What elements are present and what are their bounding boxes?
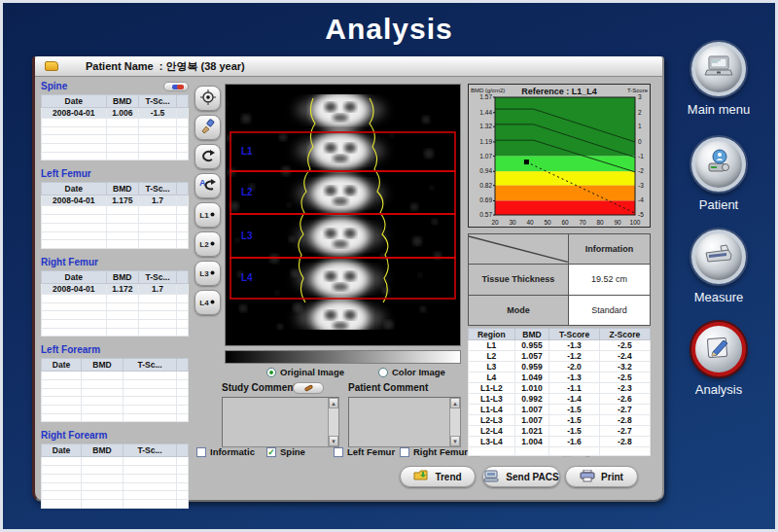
checkbox-left-femur[interactable]: Left Femur [334, 446, 395, 457]
study-comment-input[interactable]: ▲ ▼ [222, 397, 339, 447]
pencil-icon [303, 384, 313, 392]
region-row[interactable]: L30.959-2.0-3.2 [469, 362, 651, 372]
nav-button-measure[interactable]: Measure [679, 230, 759, 304]
region-row[interactable]: L1-L41.007-1.5-2.7 [469, 405, 651, 415]
region-row[interactable]: L1-L21.010-1.1-2.3 [469, 383, 651, 394]
radio-original-image[interactable]: Original Image [266, 367, 344, 377]
roi-toolbar: AL1L2L3L4 [194, 86, 224, 319]
sidebar-section-right-forearm: Right ForearmDateBMDT-Sc... [41, 429, 189, 508]
spine-toggle[interactable] [163, 82, 189, 91]
region-column-header: T-Score [549, 329, 599, 340]
scroll-down-icon[interactable]: ▼ [450, 436, 460, 446]
nav-label: Patient [679, 197, 759, 212]
print-button[interactable]: Print [565, 466, 638, 487]
column-header: BMD [106, 270, 138, 283]
region-row[interactable]: L41.049-1.3-2.5 [469, 372, 651, 383]
section-title: Spine [41, 81, 67, 91]
patient-comment-scrollbar[interactable]: ▲ ▼ [449, 398, 460, 446]
rotate-button[interactable] [194, 144, 221, 169]
analysis-screen: Analysis Patient Name : 안영복 (38 year) Sp… [0, 0, 778, 532]
svg-text:-1: -1 [638, 153, 644, 160]
empty-row [42, 457, 189, 466]
patient-comment-input[interactable]: ▲ ▼ [348, 397, 461, 447]
column-header: T-Sc... [138, 95, 176, 108]
svg-text:0.69: 0.69 [479, 196, 492, 203]
svg-text:60: 60 [561, 219, 569, 226]
roi-point-icon [209, 211, 216, 220]
empty-row [42, 311, 189, 320]
column-header: Date [42, 183, 107, 195]
radio-color-image[interactable]: Color Image [378, 367, 445, 377]
folder-icon [45, 61, 58, 71]
checkbox-informatic[interactable]: Informatic [196, 446, 255, 457]
empty-row [42, 466, 189, 475]
svg-text:BMD (g/cm2): BMD (g/cm2) [471, 88, 505, 93]
empty-row [42, 397, 189, 406]
checkbox-right-femur[interactable]: Right Femur [400, 446, 468, 457]
measurement-row[interactable]: 2008-04-011.1721.7 [42, 283, 189, 294]
crosshair-button[interactable] [194, 86, 221, 111]
roi-button-l2[interactable]: L2 [194, 231, 221, 257]
region-row[interactable]: L3-L41.004-1.6-2.8 [469, 437, 651, 447]
info-row-label: Tissue Thickness [469, 265, 569, 295]
empty-row [42, 119, 189, 127]
empty-row [42, 144, 189, 153]
column-header: BMD [106, 183, 138, 195]
roi-point-icon [209, 269, 216, 278]
auto-rotate-button[interactable]: A [194, 173, 221, 198]
sidebar-section-spine: SpineDateBMDT-Sc...2008-04-011.006-1.5 [41, 80, 189, 160]
nav-button-analysis[interactable]: Analysis [679, 322, 759, 397]
patient-icon [705, 149, 732, 180]
study-comment-scrollbar[interactable]: ▲ ▼ [328, 398, 338, 446]
column-header-spacer [177, 183, 189, 195]
svg-text:40: 40 [526, 219, 534, 226]
column-header-spacer [177, 95, 189, 108]
computer-icon [483, 470, 500, 484]
column-header: Date [42, 95, 107, 108]
empty-row [42, 206, 189, 215]
region-row[interactable]: L2-L31.007-1.5-2.8 [469, 415, 651, 426]
nav-button-main-menu[interactable]: Main menu [679, 42, 759, 117]
section-title: Right Femur [41, 257, 98, 267]
send-pacs-button[interactable]: Send PACS [482, 466, 560, 487]
column-header: T-Sc... [138, 183, 176, 195]
trend-button[interactable]: Trend [400, 466, 476, 487]
svg-text:T-Score: T-Score [627, 88, 649, 93]
region-row[interactable]: L21.057-1.2-2.4 [469, 351, 651, 362]
roi-button-l4[interactable]: L4 [194, 290, 221, 315]
scroll-up-icon[interactable]: ▲ [329, 398, 338, 408]
checkbox-icon: ✓ [266, 447, 276, 457]
empty-row [469, 447, 651, 456]
checkbox-spine[interactable]: ✓Spine [266, 446, 305, 457]
sidebar-section-right-femur: Right FemurDateBMDT-Sc...2008-04-011.172… [41, 256, 189, 337]
crosshair-icon [200, 89, 216, 107]
scroll-down-icon[interactable]: ▼ [329, 436, 338, 446]
brush-button[interactable] [194, 115, 221, 140]
column-header: Date [42, 359, 82, 372]
empty-row [42, 135, 189, 144]
empty-row [42, 223, 189, 231]
spine-scan-image[interactable]: L1L2L3L4 [225, 84, 461, 346]
patient-name-label: Patient Name [86, 60, 154, 72]
measurement-row[interactable]: 2008-04-011.1751.7 [42, 195, 189, 206]
region-row[interactable]: L2-L41.021-1.5-2.7 [469, 426, 651, 437]
column-header: Date [42, 270, 107, 283]
nav-label: Main menu [679, 102, 759, 117]
scroll-up-icon[interactable]: ▲ [450, 398, 460, 408]
roi-button-l1[interactable]: L1 [194, 202, 221, 228]
info-diagonal-cell [469, 234, 569, 265]
section-title: Right Forearm [41, 430, 107, 441]
measurement-row[interactable]: 2008-04-011.006-1.5 [42, 108, 189, 119]
region-row[interactable]: L10.955-1.3-2.5 [469, 340, 651, 351]
region-row[interactable]: L1-L30.992-1.4-2.6 [469, 394, 651, 405]
empty-row [42, 215, 189, 224]
nav-button-patient[interactable]: Patient [679, 137, 759, 212]
image-mode-radios: Original ImageColor Image [225, 367, 461, 379]
nav-label: Analysis [679, 382, 759, 397]
empty-row [42, 388, 189, 397]
roi-button-l3[interactable]: L3 [194, 261, 221, 286]
edit-comment-button[interactable] [293, 382, 324, 394]
empty-row [42, 319, 189, 328]
sidebar-section-left-femur: Left FemurDateBMDT-Sc...2008-04-011.1751… [41, 167, 189, 248]
section-title: Left Femur [41, 168, 91, 179]
